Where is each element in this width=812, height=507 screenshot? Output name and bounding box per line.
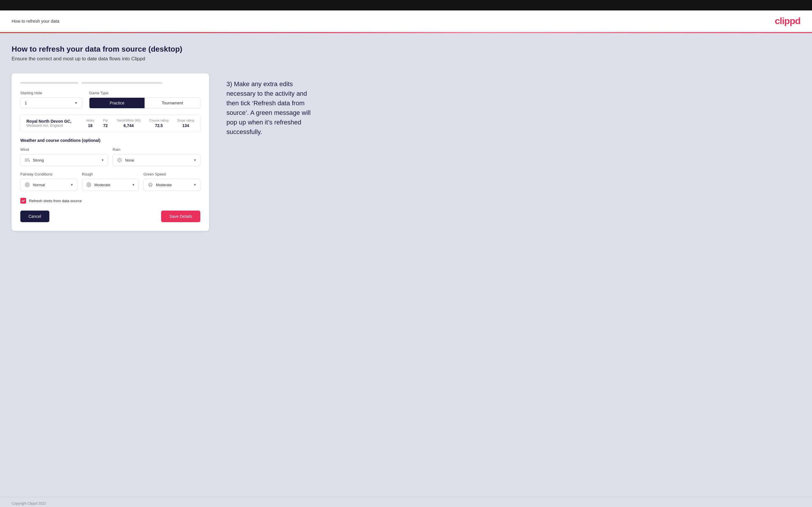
starting-hole-arrow: ▼ (74, 101, 82, 105)
stat-par: Par 72 (103, 119, 108, 128)
par-label: Par (103, 119, 108, 122)
practice-button[interactable]: Practice (89, 98, 145, 108)
content-area: Starting Hole 1 ▼ Game Type Practice Tou… (12, 73, 800, 231)
stat-course-rating: Course rating 72.5 (149, 119, 168, 128)
fairway-value: Normal (33, 183, 45, 187)
stat-holes: Holes 18 (86, 119, 94, 128)
slope-rating-value: 134 (177, 123, 194, 128)
wind-value: Strong (33, 158, 44, 162)
rain-select[interactable]: None ▼ (113, 154, 200, 166)
footer-copyright: Copyright Clippd 2022 (12, 502, 46, 506)
game-type-group: Game Type Practice Tournament (89, 91, 200, 109)
course-name: Royal North Devon GC, (27, 119, 71, 123)
wind-group: Wind Strong ▼ (20, 147, 108, 166)
weather-section-title: Weather and course conditions (optional) (20, 138, 200, 143)
wind-label: Wind (20, 147, 108, 152)
starting-hole-group: Starting Hole 1 ▼ (20, 91, 82, 109)
starting-hole-select[interactable]: 1 ▼ (20, 98, 82, 109)
rough-label: Rough (82, 172, 139, 176)
side-note-text: 3) Make any extra edits necessary to the… (226, 79, 319, 136)
header: How to refresh your data clippd (0, 10, 812, 32)
footer: Copyright Clippd 2022 (0, 497, 812, 507)
course-rating-label: Course rating (149, 119, 168, 122)
logo: clippd (775, 16, 800, 26)
svg-line-8 (118, 162, 118, 162)
side-note: 3) Make any extra edits necessary to the… (226, 73, 319, 136)
course-stats: Holes 18 Par 72 Yards/White (M)) 6,744 C… (86, 119, 194, 128)
partial-tabs (20, 82, 200, 84)
page-heading: How to refresh your data from source (de… (12, 45, 800, 54)
wind-select[interactable]: Strong ▼ (20, 154, 108, 166)
rain-label: Rain (113, 147, 200, 152)
svg-point-12 (88, 184, 90, 186)
rain-arrow: ▼ (193, 158, 197, 162)
form-row-top: Starting Hole 1 ▼ Game Type Practice Tou… (20, 91, 200, 109)
yards-value: 6,744 (117, 123, 141, 128)
course-details: Royal North Devon GC, Westward Ho!, Engl… (27, 119, 71, 128)
holes-value: 18 (86, 123, 94, 128)
cancel-button[interactable]: Cancel (20, 211, 49, 222)
rain-icon (116, 157, 123, 163)
header-title: How to refresh your data (12, 18, 59, 23)
rough-arrow: ▼ (132, 183, 135, 186)
fairway-group: Fairway Conditions Normal ▼ (20, 172, 77, 191)
game-type-label: Game Type (89, 91, 200, 95)
refresh-checkbox[interactable] (20, 198, 26, 204)
button-row: Cancel Save Details (20, 211, 200, 222)
wind-arrow: ▼ (101, 158, 104, 162)
course-rating-value: 72.5 (149, 123, 168, 128)
partial-tab-2 (81, 82, 163, 84)
yards-label: Yards/White (M)) (117, 119, 141, 122)
course-location: Westward Ho!, England (27, 123, 71, 128)
svg-point-0 (118, 159, 121, 161)
wind-rain-row: Wind Strong ▼ Rain (20, 147, 200, 166)
rough-icon (86, 181, 92, 188)
holes-label: Holes (86, 119, 94, 122)
green-speed-select[interactable]: Moderate ▼ (143, 179, 200, 191)
fairway-icon (24, 181, 31, 188)
game-type-buttons: Practice Tournament (89, 98, 200, 109)
starting-hole-value: 1 (20, 98, 74, 108)
wind-icon (24, 157, 31, 163)
top-bar (0, 0, 812, 10)
green-speed-value: Moderate (156, 183, 172, 187)
fairway-label: Fairway Conditions (20, 172, 77, 176)
rough-group: Rough Moderate ▼ (82, 172, 139, 191)
fairway-select[interactable]: Normal ▼ (20, 179, 77, 191)
rain-value: None (125, 158, 134, 162)
svg-point-10 (27, 184, 28, 186)
main-content: How to refresh your data from source (de… (0, 33, 812, 497)
slope-rating-label: Slope rating (177, 119, 194, 122)
green-speed-arrow: ▼ (193, 183, 197, 186)
par-value: 72 (103, 123, 108, 128)
fairway-arrow: ▼ (70, 183, 73, 186)
green-speed-icon (147, 181, 154, 188)
tournament-button[interactable]: Tournament (145, 98, 200, 108)
green-speed-label: Green Speed (143, 172, 200, 176)
form-card: Starting Hole 1 ▼ Game Type Practice Tou… (12, 73, 209, 231)
stat-yards: Yards/White (M)) 6,744 (117, 119, 141, 128)
rain-group: Rain (113, 147, 200, 166)
refresh-label: Refresh shots from data source (29, 199, 82, 203)
course-info-box: Royal North Devon GC, Westward Ho!, Engl… (20, 114, 200, 132)
conditions-grid: Fairway Conditions Normal ▼ Rough (20, 172, 200, 191)
svg-point-9 (25, 183, 29, 187)
stat-slope-rating: Slope rating 134 (177, 119, 194, 128)
svg-point-11 (87, 183, 91, 187)
starting-hole-label: Starting Hole (20, 91, 82, 95)
svg-line-6 (121, 162, 121, 162)
green-speed-group: Green Speed Moderate ▼ (143, 172, 200, 191)
svg-line-7 (121, 158, 121, 159)
save-button[interactable]: Save Details (161, 211, 200, 222)
page-subheading: Ensure the correct and most up to date d… (12, 56, 800, 62)
rough-select[interactable]: Moderate ▼ (82, 179, 139, 191)
partial-tab-1 (20, 82, 79, 84)
refresh-checkbox-row: Refresh shots from data source (20, 198, 200, 204)
svg-line-5 (118, 158, 118, 159)
rough-value: Moderate (94, 183, 110, 187)
